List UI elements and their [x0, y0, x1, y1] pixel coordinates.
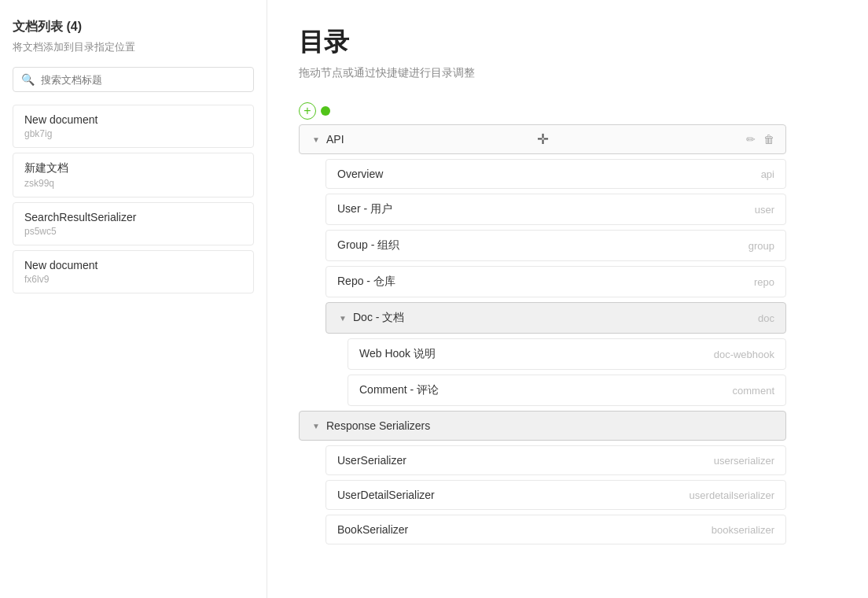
- toc-row: ▼API ✏ 🗑 ✛: [299, 124, 786, 154]
- toc-item-label: Group - 组织: [337, 238, 742, 253]
- toc-item-label: Comment - 评论: [359, 383, 726, 397]
- toc-item-slug: comment: [733, 385, 774, 397]
- toc-row: Group - 组织group: [299, 230, 786, 261]
- toc-item-slug: doc: [758, 312, 774, 324]
- doc-item-id: zsk99q: [24, 178, 242, 189]
- document-list: New document gbk7ig 新建文档 zsk99q SearchRe…: [13, 105, 254, 293]
- toc-item[interactable]: BookSerializerbookserializer: [326, 515, 786, 544]
- toc-item-label: Overview: [337, 168, 755, 180]
- toc-item[interactable]: Group - 组织group: [326, 230, 786, 261]
- list-item[interactable]: New document gbk7ig: [13, 105, 254, 148]
- toc-item-slug: bookserializer: [712, 524, 774, 536]
- toc-item-slug: userserializer: [714, 455, 774, 467]
- page-subtitle: 拖动节点或通过快捷键进行目录调整: [299, 66, 837, 80]
- toc-item-label: Repo - 仓库: [337, 275, 748, 289]
- toc-row: BookSerializerbookserializer: [299, 515, 786, 544]
- toc-toggle-icon[interactable]: ▼: [311, 420, 322, 431]
- toc-row: User - 用户user: [299, 194, 786, 225]
- doc-item-id: gbk7ig: [24, 128, 242, 139]
- toc-row: Comment - 评论comment: [299, 375, 786, 406]
- page-title: 目录: [299, 25, 837, 60]
- doc-item-title: SearchResultSerializer: [24, 211, 242, 223]
- toc-toggle-icon[interactable]: ▼: [337, 312, 348, 323]
- doc-item-title: New document: [24, 113, 242, 126]
- toc-item[interactable]: UserDetailSerializeruserdetailserializer: [326, 480, 786, 510]
- toc-item[interactable]: User - 用户user: [326, 194, 786, 225]
- toc-item[interactable]: ▼API ✏ 🗑 ✛: [299, 124, 786, 154]
- toc-item[interactable]: Repo - 仓库repo: [326, 266, 786, 297]
- toc-item[interactable]: UserSerializeruserserializer: [326, 445, 786, 475]
- toc-item-label: UserSerializer: [337, 454, 708, 467]
- list-item[interactable]: 新建文档 zsk99q: [13, 153, 254, 197]
- doc-item-id: fx6lv9: [24, 274, 242, 285]
- left-panel-header: 文档列表 (4) 将文档添加到目录指定位置: [13, 19, 254, 54]
- toc-toggle-icon[interactable]: ▼: [311, 134, 322, 145]
- toc-row: UserSerializeruserserializer: [299, 445, 786, 475]
- toc-item-slug: api: [761, 168, 774, 180]
- toc-item[interactable]: ▼Response Serializers: [299, 411, 786, 441]
- toc-item-slug: user: [755, 204, 774, 216]
- toc-item-slug: repo: [754, 276, 774, 288]
- left-panel-title: 文档列表 (4): [13, 19, 254, 35]
- trash-icon[interactable]: 🗑: [763, 133, 774, 146]
- toc-row: Web Hook 说明doc-webhook: [299, 338, 786, 370]
- toc-item-slug: doc-webhook: [714, 349, 774, 360]
- toc-item-slug: userdetailserializer: [690, 489, 774, 501]
- toc-row: Overviewapi: [299, 159, 786, 189]
- right-panel: 目录 拖动节点或通过快捷键进行目录调整 + ▼API ✏ 🗑 ✛Overview…: [267, 0, 868, 598]
- list-item[interactable]: SearchResultSerializer ps5wc5: [13, 202, 254, 245]
- doc-item-title: New document: [24, 259, 242, 271]
- doc-item-title: 新建文档: [24, 161, 242, 175]
- edit-icon[interactable]: ✏: [746, 133, 756, 146]
- toc-item-label: BookSerializer: [337, 523, 705, 536]
- doc-item-id: ps5wc5: [24, 226, 242, 237]
- toc-container: + ▼API ✏ 🗑 ✛OverviewapiUser - 用户userGrou…: [299, 102, 786, 544]
- search-box[interactable]: 🔍: [13, 67, 254, 92]
- toc-row: UserDetailSerializeruserdetailserializer: [299, 480, 786, 510]
- toc-item[interactable]: ▼Doc - 文档doc: [326, 302, 786, 334]
- toc-item[interactable]: Web Hook 说明doc-webhook: [348, 338, 786, 370]
- toc-item-slug: group: [748, 240, 774, 252]
- toc-item-label: Web Hook 说明: [359, 347, 708, 361]
- list-item[interactable]: New document fx6lv9: [13, 250, 254, 293]
- toc-item-label: Response Serializers: [326, 419, 774, 432]
- active-dot: [321, 106, 330, 116]
- toc-item-label: API: [326, 133, 737, 146]
- toc-row: ▼Doc - 文档doc: [299, 302, 786, 334]
- toc-row: ▼Response Serializers: [299, 411, 786, 441]
- toc-item-label: UserDetailSerializer: [337, 489, 683, 501]
- toc-item-label: Doc - 文档: [353, 311, 752, 325]
- toc-row: Repo - 仓库repo: [299, 266, 786, 297]
- toc-item-actions: ✏ 🗑: [746, 133, 774, 146]
- toc-item[interactable]: Comment - 评论comment: [348, 375, 786, 406]
- search-input[interactable]: [41, 74, 245, 86]
- toc-item-label: User - 用户: [337, 202, 748, 216]
- toc-add-row: +: [299, 102, 786, 120]
- toc-item[interactable]: Overviewapi: [326, 159, 786, 189]
- left-panel-subtitle: 将文档添加到目录指定位置: [13, 40, 254, 54]
- left-panel: 文档列表 (4) 将文档添加到目录指定位置 🔍 New document gbk…: [0, 0, 267, 598]
- search-icon: 🔍: [21, 73, 35, 86]
- add-toc-button[interactable]: +: [299, 102, 316, 120]
